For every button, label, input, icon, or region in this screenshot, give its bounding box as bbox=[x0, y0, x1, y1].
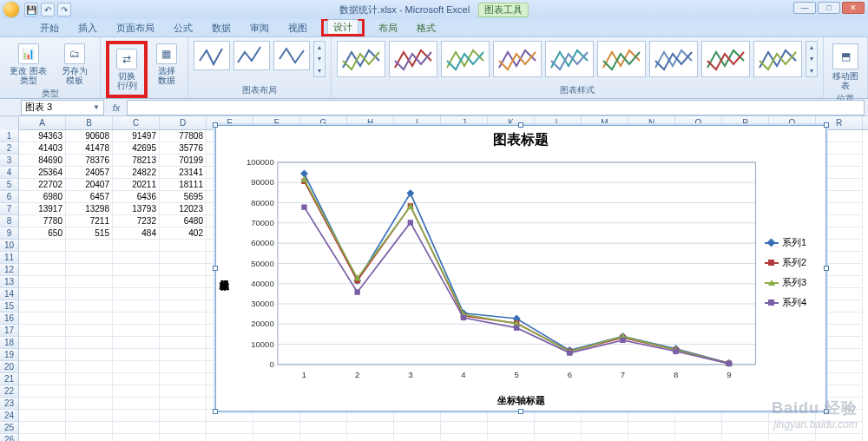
column-header[interactable]: C bbox=[113, 116, 160, 129]
column-header[interactable]: A bbox=[19, 116, 66, 129]
cell[interactable] bbox=[66, 422, 113, 434]
cell[interactable] bbox=[300, 422, 347, 434]
row-header[interactable]: 15 bbox=[0, 300, 19, 313]
chart-layout-more[interactable]: ▴▾▾ bbox=[313, 41, 326, 77]
cell[interactable] bbox=[19, 264, 66, 276]
qat-save-icon[interactable]: 💾 bbox=[24, 3, 38, 16]
cell[interactable] bbox=[253, 410, 300, 422]
column-header[interactable]: D bbox=[160, 116, 207, 129]
chart-layout-option-2[interactable] bbox=[233, 41, 270, 70]
cell[interactable] bbox=[113, 385, 160, 398]
cell[interactable] bbox=[769, 422, 816, 434]
cell[interactable]: 41403 bbox=[19, 142, 66, 155]
cell[interactable]: 24822 bbox=[113, 167, 160, 179]
cell[interactable] bbox=[66, 276, 113, 288]
cell[interactable] bbox=[19, 385, 66, 398]
cell[interactable]: 6457 bbox=[66, 191, 113, 203]
row-header[interactable]: 13 bbox=[0, 276, 19, 288]
cell[interactable] bbox=[19, 240, 66, 252]
cell[interactable] bbox=[160, 325, 207, 337]
cell[interactable] bbox=[19, 373, 66, 385]
cell[interactable]: 23141 bbox=[160, 167, 207, 179]
cell[interactable] bbox=[207, 434, 253, 441]
cell[interactable]: 7232 bbox=[113, 215, 160, 227]
row-header[interactable]: 7 bbox=[0, 203, 19, 215]
cell[interactable] bbox=[160, 240, 207, 252]
cell[interactable] bbox=[347, 422, 394, 434]
chart-resize-handle[interactable] bbox=[824, 266, 829, 271]
cell[interactable]: 41478 bbox=[66, 142, 113, 155]
cell[interactable]: 13793 bbox=[113, 203, 160, 215]
row-header[interactable]: 21 bbox=[0, 373, 19, 385]
chart-style-more[interactable]: ▴▾▾ bbox=[806, 41, 818, 77]
cell[interactable] bbox=[769, 434, 816, 441]
cell[interactable]: 90608 bbox=[66, 130, 113, 142]
cell[interactable] bbox=[582, 410, 628, 422]
chart-style-option[interactable] bbox=[649, 41, 698, 77]
cell[interactable] bbox=[582, 434, 628, 441]
cell[interactable]: 20407 bbox=[66, 179, 113, 191]
cell[interactable] bbox=[66, 325, 113, 337]
chart-resize-handle[interactable] bbox=[518, 409, 523, 414]
cell[interactable] bbox=[113, 264, 160, 276]
cell[interactable] bbox=[816, 422, 863, 434]
close-button[interactable]: ✕ bbox=[842, 2, 865, 14]
cell[interactable]: 5695 bbox=[160, 191, 207, 203]
cell[interactable] bbox=[66, 434, 113, 441]
cell[interactable] bbox=[160, 337, 207, 349]
minimize-button[interactable]: — bbox=[793, 2, 816, 14]
row-header[interactable]: 8 bbox=[0, 215, 19, 227]
cell[interactable] bbox=[19, 288, 66, 300]
cell[interactable] bbox=[19, 434, 66, 441]
cell[interactable]: 12023 bbox=[160, 203, 207, 215]
row-header[interactable]: 3 bbox=[0, 155, 19, 167]
cell[interactable] bbox=[19, 410, 66, 422]
cell[interactable] bbox=[675, 422, 722, 434]
tab-data[interactable]: 数据 bbox=[207, 20, 236, 36]
chart-resize-handle[interactable] bbox=[213, 266, 218, 271]
cell[interactable] bbox=[66, 300, 113, 313]
cell[interactable]: 84690 bbox=[19, 155, 66, 167]
cell[interactable]: 70199 bbox=[160, 155, 207, 167]
cell[interactable] bbox=[66, 410, 113, 422]
cell[interactable] bbox=[160, 349, 207, 361]
cell[interactable]: 24057 bbox=[66, 167, 113, 179]
cell[interactable] bbox=[66, 264, 113, 276]
chart-resize-handle[interactable] bbox=[518, 122, 523, 128]
chart-style-option[interactable] bbox=[545, 41, 594, 77]
cell[interactable]: 6980 bbox=[19, 191, 66, 203]
cell[interactable] bbox=[816, 434, 863, 441]
tab-design[interactable]: 设计 bbox=[327, 19, 358, 34]
cell[interactable] bbox=[535, 434, 582, 441]
save-template-button[interactable]: 🗂 另存为 模板 bbox=[55, 41, 95, 88]
cell[interactable] bbox=[113, 337, 160, 349]
chart-style-option[interactable] bbox=[493, 41, 542, 77]
cell[interactable] bbox=[19, 337, 66, 349]
legend-item[interactable]: 系列1 bbox=[765, 236, 820, 249]
cell[interactable] bbox=[722, 422, 769, 434]
row-header[interactable]: 16 bbox=[0, 313, 19, 325]
cell[interactable] bbox=[113, 422, 160, 434]
cell[interactable] bbox=[582, 422, 628, 434]
cell[interactable] bbox=[66, 361, 113, 373]
cell[interactable] bbox=[300, 434, 347, 441]
cell[interactable] bbox=[300, 410, 347, 422]
cell[interactable] bbox=[19, 422, 66, 434]
cell[interactable] bbox=[535, 422, 582, 434]
cell[interactable]: 6480 bbox=[160, 215, 207, 227]
cell[interactable] bbox=[19, 300, 66, 313]
row-header[interactable]: 22 bbox=[0, 385, 19, 398]
cell[interactable] bbox=[160, 373, 207, 385]
tab-formulas[interactable]: 公式 bbox=[168, 20, 198, 36]
cell[interactable] bbox=[394, 410, 441, 422]
cell[interactable]: 78376 bbox=[66, 155, 113, 167]
cell[interactable] bbox=[113, 300, 160, 313]
cell[interactable]: 77808 bbox=[160, 130, 207, 142]
chart-plot-area[interactable]: 0100002000030000400005000060000700008000… bbox=[232, 151, 765, 394]
cell[interactable] bbox=[113, 410, 160, 422]
row-header[interactable]: 2 bbox=[0, 142, 19, 155]
cell[interactable] bbox=[722, 434, 769, 441]
cell[interactable] bbox=[113, 325, 160, 337]
cell[interactable]: 25364 bbox=[19, 167, 66, 179]
select-data-button[interactable]: ▦ 选择数据 bbox=[151, 41, 182, 88]
